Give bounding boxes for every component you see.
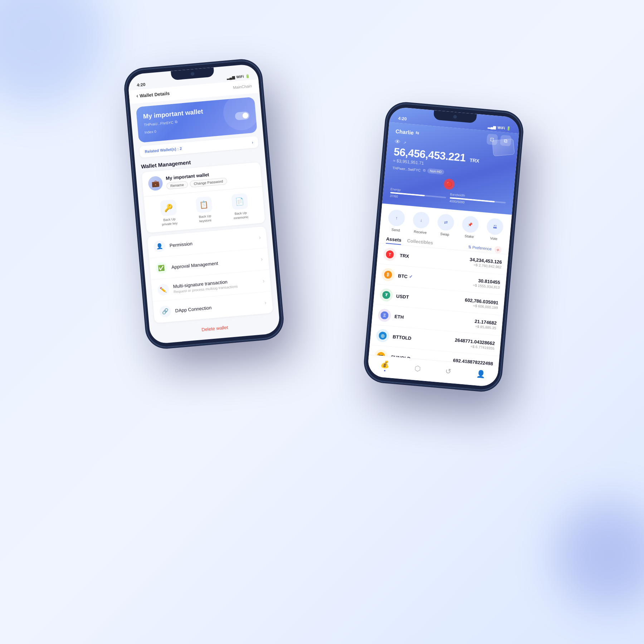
- right-phone: 4:20 ▂▄▆ WiFi 🔋 Charlie ⇆ ⊡ ⧉: [364, 102, 524, 392]
- vote-icon: 🗳: [486, 218, 504, 235]
- right-status-icons: ▂▄▆ WiFi 🔋: [488, 125, 511, 131]
- header-title: Wallet Details: [140, 91, 170, 98]
- svg-text:T: T: [389, 252, 391, 257]
- permission-title: Permission: [169, 235, 255, 248]
- stake-icon: 📌: [462, 215, 479, 233]
- management-card: 💼 My important wallet Rename Change Pass…: [142, 162, 265, 233]
- approval-arrow: ›: [260, 256, 263, 263]
- wallet-header-card: Charlie ⇆ ⊡ ⧉ 👁 ↗ 56,456,453.221 TRX: [382, 122, 519, 215]
- non-hd-badge: Non-HD: [427, 168, 444, 175]
- nav-discover[interactable]: ⬡: [414, 364, 421, 373]
- permission-icon: 👤: [153, 240, 166, 253]
- vote-action[interactable]: 🗳 Vote: [486, 218, 504, 241]
- rename-button[interactable]: Rename: [166, 181, 188, 189]
- backup-key-label: Back Upprivate key: [161, 217, 177, 227]
- preference-button[interactable]: ⇅ Preference: [468, 245, 492, 252]
- btc-amounts: 30.810455 ≈$ 1555,934,813: [473, 277, 501, 289]
- wallet-card: My important wallet THPvaU...Fhn5YC ⧉ In…: [136, 97, 257, 143]
- nav-history[interactable]: ↺: [445, 366, 452, 375]
- backup-keystore[interactable]: 📋 Back Upkeystore: [195, 196, 213, 224]
- receive-icon: ↓: [413, 211, 430, 229]
- left-phone-screen: 4:20 ▂▄▆ WiFi 🔋 ‹ Wallet Details MainCha…: [127, 64, 281, 345]
- multisig-arrow: ›: [262, 278, 265, 284]
- trx-amounts: 34,234,453.126 ≈$ 2,760,842,982: [469, 257, 502, 269]
- trx-icon: T: [383, 247, 397, 261]
- switch-icon[interactable]: ⇆: [415, 130, 419, 136]
- energy-resource: Energy 37/60: [390, 187, 447, 203]
- usdt-amounts: 602,786.035091 ≈$ 606,000.199: [464, 297, 499, 309]
- change-password-button[interactable]: Change Password: [190, 177, 227, 187]
- approval-icon: ✅: [155, 262, 168, 274]
- svg-text:↓: ↓: [420, 218, 423, 223]
- username: Charlie: [395, 128, 414, 136]
- tab-assets[interactable]: Assets: [386, 236, 401, 245]
- card-decoration: [492, 138, 515, 156]
- bandwidth-resource: Bandwidth 4000/5000: [449, 192, 506, 208]
- related-wallets-label: Related Wallet(s) : 2: [145, 146, 182, 154]
- chain-label: MainChain: [233, 84, 252, 90]
- stake-label: Stake: [464, 234, 474, 239]
- vote-label: Vote: [490, 236, 498, 241]
- approval-text: Approval Management: [171, 257, 257, 270]
- stake-action[interactable]: 📌 Stake: [461, 215, 479, 239]
- swap-label: Swap: [440, 232, 449, 236]
- back-arrow-icon: ‹: [136, 93, 138, 99]
- usdt-icon: ₮: [379, 288, 393, 302]
- svg-text:⇄: ⇄: [444, 220, 448, 225]
- permission-arrow: ›: [259, 234, 261, 241]
- nav-profile[interactable]: 👤: [476, 369, 486, 379]
- wallet-name-info: My important wallet Rename Change Passwo…: [166, 168, 256, 190]
- multisig-icon: ✏️: [157, 284, 170, 296]
- right-phone-screen: 4:20 ▂▄▆ WiFi 🔋 Charlie ⇆ ⊡ ⧉: [367, 107, 521, 387]
- right-status-time: 4:20: [398, 116, 407, 122]
- backup-mnemonic-icon: 📄: [231, 193, 248, 210]
- swap-action[interactable]: ⇄ Swap: [436, 213, 455, 237]
- send-action[interactable]: ↑ Send: [387, 209, 406, 233]
- dapp-text: DApp Connection: [175, 301, 260, 313]
- approval-title: Approval Management: [171, 257, 257, 270]
- btt-name: BTTOLD: [392, 334, 455, 345]
- btc-icon: ₿: [381, 268, 395, 282]
- add-asset-button[interactable]: +: [494, 246, 502, 254]
- history-nav-icon: ↺: [445, 366, 452, 375]
- related-wallets-arrow: ›: [252, 140, 253, 144]
- eth-amounts: 21.174682 ≈$ 85,885.35: [474, 318, 497, 330]
- menu-card: 👤 Permission › ✅ Approval Management › ✏…: [147, 226, 273, 323]
- backup-keystore-icon: 📋: [195, 196, 213, 213]
- svg-text:Ξ: Ξ: [383, 313, 386, 318]
- nav-assets[interactable]: 💰: [380, 359, 390, 371]
- discover-nav-icon: ⬡: [414, 364, 421, 373]
- permission-text: Permission: [169, 235, 255, 248]
- backup-key-icon: 🔑: [160, 199, 177, 216]
- btc-verified-icon: ✓: [409, 274, 413, 279]
- assets-nav-icon: 💰: [380, 359, 390, 369]
- receive-action[interactable]: ↓ Receive: [412, 211, 430, 235]
- receive-label: Receive: [414, 230, 427, 235]
- profile-nav-icon: 👤: [476, 369, 486, 379]
- backup-mnemonic-label: Back Upmnemonic: [233, 211, 249, 220]
- btt-amounts: 2648771.04328662 ≈$ 6.77419355: [454, 337, 495, 350]
- expand-icon[interactable]: ↗: [403, 141, 406, 145]
- send-icon: ↑: [388, 209, 406, 227]
- usdt-name: USDT: [396, 293, 465, 305]
- copy-icon[interactable]: ⧉: [175, 120, 177, 125]
- svg-text:📌: 📌: [468, 222, 473, 227]
- backup-mnemonic[interactable]: 📄 Back Upmnemonic: [231, 193, 249, 220]
- btt-icon: ◎: [376, 329, 390, 343]
- trx-name: TRX: [400, 253, 470, 264]
- svg-text:🗳: 🗳: [493, 224, 497, 229]
- left-status-time: 4:20: [137, 82, 146, 88]
- backup-private-key[interactable]: 🔑 Back Upprivate key: [160, 199, 178, 227]
- wallet-avatar: 💼: [148, 176, 163, 191]
- dapp-title: DApp Connection: [175, 301, 260, 313]
- backup-keystore-label: Back Upkeystore: [199, 214, 212, 223]
- address-copy-icon[interactable]: ⧉: [423, 168, 425, 173]
- visibility-toggle[interactable]: 👁: [394, 138, 401, 145]
- left-status-icons: ▂▄▆ WiFi 🔋: [226, 74, 250, 80]
- wallet-toggle[interactable]: [235, 111, 250, 120]
- left-phone: 4:20 ▂▄▆ WiFi 🔋 ‹ Wallet Details MainCha…: [124, 59, 284, 349]
- multisig-text: Multi-signature transaction Request or p…: [173, 277, 259, 294]
- eth-name: ETH: [394, 313, 475, 326]
- back-button[interactable]: ‹ Wallet Details: [136, 90, 170, 99]
- dapp-arrow: ›: [264, 299, 267, 306]
